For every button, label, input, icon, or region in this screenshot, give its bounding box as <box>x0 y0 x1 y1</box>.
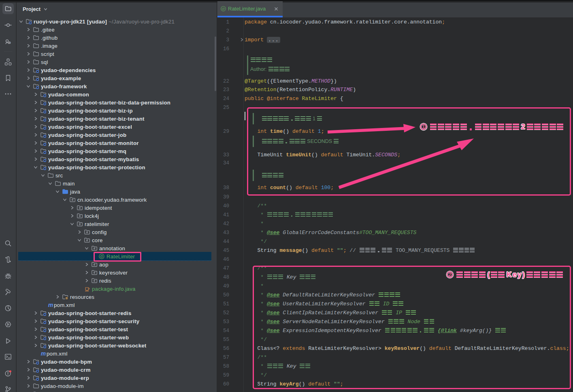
svg-text:@: @ <box>222 7 225 11</box>
